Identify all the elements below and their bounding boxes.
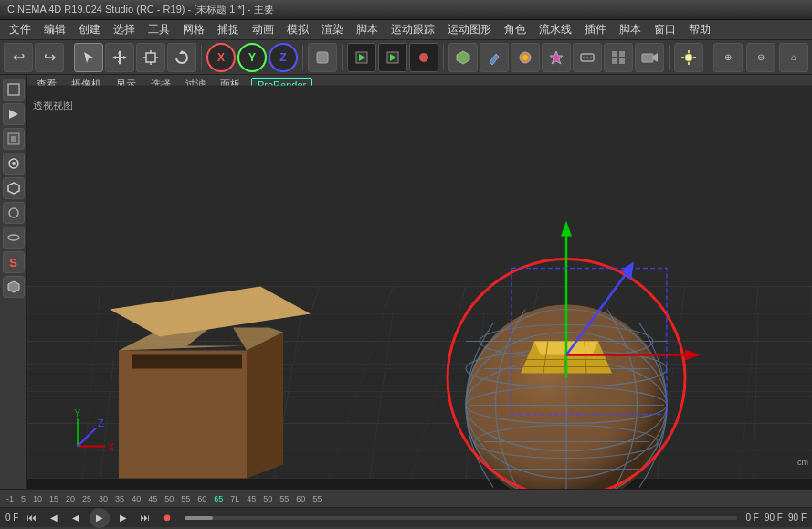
rewind-button[interactable]: ⏮ bbox=[24, 510, 40, 526]
sidebar-icon-4[interactable] bbox=[3, 177, 25, 199]
redo-button[interactable]: ↪ bbox=[35, 43, 64, 72]
svg-line-57 bbox=[82, 287, 100, 479]
menu-render[interactable]: 渲染 bbox=[316, 20, 349, 39]
light-button[interactable] bbox=[674, 43, 703, 72]
svg-line-64 bbox=[575, 287, 612, 479]
sidebar-icon-3[interactable] bbox=[3, 153, 25, 175]
rec3-button[interactable] bbox=[409, 43, 438, 72]
menu-window[interactable]: 窗口 bbox=[649, 20, 681, 39]
timeline[interactable]: -1 5 10 15 20 25 30 35 40 45 50 55 60 65… bbox=[0, 489, 812, 507]
sidebar-icon-1[interactable] bbox=[3, 103, 25, 125]
menu-script[interactable]: 脚本 bbox=[351, 20, 384, 39]
timeline-scrubber[interactable] bbox=[185, 516, 736, 520]
camera-button[interactable] bbox=[635, 43, 664, 72]
timeline-num-16: 50 bbox=[260, 494, 275, 503]
playback-bar[interactable]: 0 F ⏮ ◀ ◀ ▶ ▶ ⏭ ⏺ 0 F 90 F 90 F bbox=[0, 507, 812, 527]
vp-menu-camera[interactable]: 摄像机 bbox=[68, 77, 105, 92]
sidebar-icon-0[interactable] bbox=[3, 79, 25, 101]
svg-line-80 bbox=[562, 314, 575, 479]
rec2-button[interactable] bbox=[378, 43, 407, 72]
menu-snap[interactable]: 捕捉 bbox=[212, 20, 245, 39]
svg-rect-27 bbox=[619, 51, 625, 57]
viewport[interactable]: 查看 摄像机 显示 选择 过滤 面板 ProRender 透视视图 bbox=[27, 75, 812, 489]
svg-marker-2 bbox=[118, 50, 121, 54]
menu-bar[interactable]: 文件 编辑 创建 选择 工具 网格 捕捉 动画 模拟 渲染 脚本 运动跟踪 运动… bbox=[0, 20, 812, 40]
prev-play-button[interactable]: ◀ bbox=[68, 510, 84, 526]
menu-animate[interactable]: 动画 bbox=[247, 20, 279, 39]
menu-file[interactable]: 文件 bbox=[4, 20, 37, 39]
svg-point-20 bbox=[522, 55, 528, 60]
play-button[interactable]: ▶ bbox=[90, 508, 110, 528]
svg-line-125 bbox=[78, 428, 96, 447]
svg-rect-47 bbox=[27, 86, 812, 479]
menu-select[interactable]: 选择 bbox=[108, 20, 141, 39]
menu-tools[interactable]: 工具 bbox=[142, 20, 175, 39]
timeline-num-3: 15 bbox=[47, 494, 61, 503]
menu-motion-track[interactable]: 运动跟踪 bbox=[385, 20, 440, 39]
vp-menu-view[interactable]: 查看 bbox=[33, 77, 60, 92]
svg-line-65 bbox=[658, 287, 685, 479]
pen-button[interactable] bbox=[480, 43, 509, 72]
menu-character[interactable]: 角色 bbox=[499, 20, 532, 39]
sidebar-icon-8[interactable] bbox=[3, 276, 25, 298]
menu-create[interactable]: 创建 bbox=[73, 20, 106, 39]
prev-frame-button[interactable]: ◀ bbox=[46, 510, 62, 526]
cube-button[interactable] bbox=[448, 43, 478, 72]
record-button[interactable]: ⏺ bbox=[159, 510, 175, 526]
undo-button[interactable]: ↩ bbox=[4, 43, 33, 72]
deform-button[interactable] bbox=[573, 43, 602, 72]
menu-mograph[interactable]: 运动图形 bbox=[442, 20, 497, 39]
rotate-tool-button[interactable] bbox=[167, 43, 196, 72]
y-axis-button[interactable]: Y bbox=[237, 43, 267, 72]
nav-zoom-button[interactable]: ⊖ bbox=[746, 43, 775, 72]
svg-point-32 bbox=[685, 54, 692, 61]
prorender-button[interactable]: ProRender bbox=[251, 78, 312, 92]
move-tool-button[interactable] bbox=[105, 43, 134, 72]
vp-menu-filter[interactable]: 过滤 bbox=[182, 77, 209, 92]
title-bar: CINEMA 4D R19.024 Studio (RC - R19) - [未… bbox=[0, 0, 812, 20]
toolbar[interactable]: ↩ ↪ X Y Z bbox=[0, 40, 812, 75]
vp-menu-display[interactable]: 显示 bbox=[112, 77, 140, 92]
menu-simulate[interactable]: 模拟 bbox=[281, 20, 314, 39]
z-axis-button[interactable]: Z bbox=[269, 43, 298, 72]
rec1-button[interactable] bbox=[347, 43, 376, 72]
next-frame-button[interactable]: ▶ bbox=[115, 510, 132, 526]
frame-end-b-label: 90 F bbox=[788, 513, 807, 523]
svg-rect-120 bbox=[511, 269, 667, 415]
select-tool-button[interactable] bbox=[74, 43, 103, 72]
scale-tool-button[interactable] bbox=[136, 43, 165, 72]
svg-point-95 bbox=[466, 351, 667, 387]
vp-menu-select[interactable]: 选择 bbox=[147, 77, 174, 92]
menu-mesh[interactable]: 网格 bbox=[177, 20, 210, 39]
sidebar-icon-2[interactable] bbox=[3, 128, 25, 150]
timeline-num-18: 60 bbox=[293, 494, 308, 503]
svg-line-76 bbox=[183, 314, 210, 479]
menu-edit[interactable]: 编辑 bbox=[38, 20, 71, 39]
object-mode-button[interactable] bbox=[308, 43, 337, 72]
svg-marker-31 bbox=[653, 53, 658, 62]
fastforward-button[interactable]: ⏭ bbox=[137, 510, 153, 526]
grid-button[interactable] bbox=[604, 43, 633, 72]
left-sidebar: S bbox=[0, 75, 27, 489]
menu-pipeline[interactable]: 流水线 bbox=[533, 20, 577, 39]
nav-fit-button[interactable]: ⌂ bbox=[779, 43, 808, 72]
vp-menu-panel[interactable]: 面板 bbox=[216, 77, 244, 92]
x-axis-button[interactable]: X bbox=[206, 43, 236, 72]
sidebar-icon-5[interactable] bbox=[3, 202, 25, 224]
svg-marker-21 bbox=[550, 51, 563, 64]
viewport-toolbar[interactable]: 查看 摄像机 显示 选择 过滤 面板 ProRender bbox=[27, 75, 812, 95]
svg-text:X: X bbox=[108, 441, 115, 452]
menu-script2[interactable]: 脚本 bbox=[614, 20, 647, 39]
svg-line-81 bbox=[658, 314, 667, 479]
svg-line-61 bbox=[329, 287, 393, 479]
sidebar-icon-6[interactable] bbox=[3, 227, 25, 249]
material-button[interactable] bbox=[511, 43, 540, 72]
nav-home-button[interactable]: ⊕ bbox=[713, 43, 743, 72]
menu-plugin[interactable]: 插件 bbox=[579, 20, 612, 39]
fx-button[interactable] bbox=[542, 43, 571, 72]
timeline-num-0: -1 bbox=[4, 494, 16, 503]
menu-help[interactable]: 帮助 bbox=[683, 20, 716, 39]
sidebar-icon-s[interactable]: S bbox=[3, 251, 25, 273]
svg-marker-106 bbox=[534, 342, 598, 355]
sep5 bbox=[443, 45, 444, 70]
